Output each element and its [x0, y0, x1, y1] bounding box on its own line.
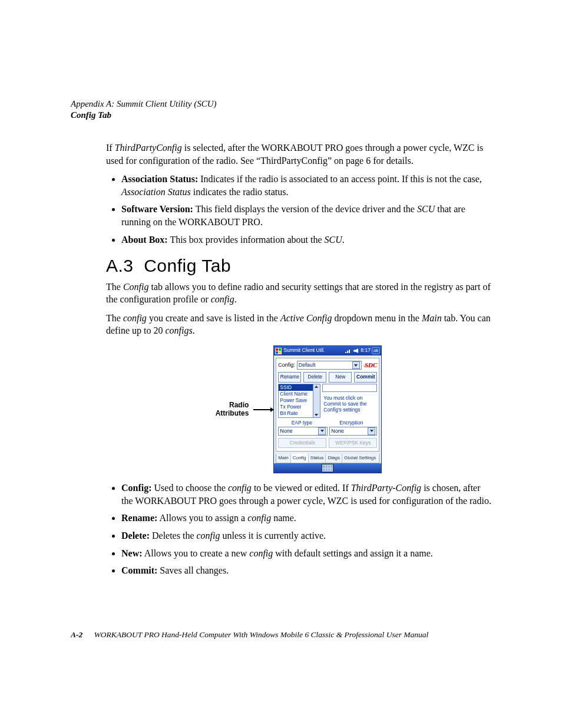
bullet-label: Delete:	[121, 531, 150, 541]
term-thirdpartyconfig: ThirdPartyConfig	[115, 143, 182, 153]
text: unless it is currently active.	[220, 531, 326, 541]
text: Allows you to assign a	[157, 513, 247, 523]
text: Deletes the	[150, 531, 197, 541]
clock: 8:17	[361, 347, 371, 354]
text: Saves all changes.	[157, 565, 229, 575]
section-paragraph-1: The Config tab allows you to define radi…	[106, 281, 491, 306]
wep-psk-keys-button[interactable]: WEP/PSK Keys	[329, 438, 377, 448]
text: Config's settings	[323, 407, 360, 413]
term: config	[197, 531, 220, 541]
tab-status[interactable]: Status	[309, 454, 326, 463]
encryption-dropdown[interactable]: None	[329, 427, 377, 436]
text: to be viewed or edited. If	[252, 483, 351, 493]
text: You must click on	[323, 395, 362, 401]
term: ThirdParty-Config	[351, 483, 421, 493]
term: SCU	[417, 204, 435, 214]
bullet-new: New: Allows you to create a new config w…	[121, 547, 491, 560]
sip-bar	[274, 463, 381, 473]
keyboard-icon[interactable]	[322, 464, 333, 472]
running-header-line2: Config Tab	[71, 110, 491, 120]
text: If	[106, 143, 115, 153]
callout-radio-attributes: Radio Attributes	[216, 401, 249, 417]
page-footer: A-2 WORKABOUT PRO Hand-Held Computer Wit…	[71, 630, 428, 640]
text: Used to choose the	[152, 483, 228, 493]
speaker-icon[interactable]	[353, 348, 358, 353]
bullet-label: Software Version:	[121, 204, 193, 214]
text: The	[106, 313, 123, 323]
text: dropdown menu in the	[332, 313, 421, 323]
tab-global-settings[interactable]: Global Settings	[342, 454, 378, 463]
delete-button[interactable]: Delete	[303, 372, 326, 382]
eap-type-label: EAP type	[278, 420, 325, 426]
rename-button[interactable]: Rename	[278, 372, 301, 382]
section-title: Config Tab	[144, 256, 231, 275]
text: The	[106, 282, 123, 292]
chevron-down-icon	[352, 361, 360, 369]
tab-diags[interactable]: Diags	[326, 454, 342, 463]
text: .	[342, 235, 345, 245]
start-icon[interactable]	[275, 348, 282, 354]
arrow-icon	[253, 409, 273, 410]
term: Main	[422, 313, 442, 323]
sdc-logo: SDC	[365, 361, 377, 370]
scu-titlebar: Summit Client Util. 8:17 ok	[274, 346, 381, 355]
dropdown-value: None	[280, 427, 293, 434]
section-paragraph-2: The config you create and save is listed…	[106, 312, 491, 337]
bullet-delete: Delete: Deletes the config unless it is …	[121, 529, 491, 542]
dropdown-value: None	[331, 427, 344, 434]
bullet-label: New:	[121, 548, 143, 558]
callout-line1: Radio	[229, 401, 249, 409]
bullet-software-version: Software Version: This field displays th…	[121, 203, 491, 228]
footer-text: WORKABOUT PRO Hand-Held Computer With Wi…	[94, 630, 429, 639]
encryption-label: Encryption	[325, 420, 377, 426]
term: config	[247, 513, 271, 523]
intro-paragraph: If ThirdPartyConfig is selected, after t…	[106, 141, 491, 167]
page-number: A-2	[71, 630, 82, 639]
section-number: A.3	[106, 256, 134, 275]
term: Active Config	[280, 313, 332, 323]
scrollbar[interactable]	[313, 384, 320, 417]
bullet-about-box: About Box: This box provides information…	[121, 233, 491, 246]
ok-button[interactable]: ok	[372, 347, 380, 355]
text: with default settings and assign it a na…	[273, 548, 433, 558]
scu-tabs: Main Config Status Diags Global Settings	[276, 454, 379, 463]
bullet-rename: Rename: Allows you to assign a config na…	[121, 512, 491, 525]
text: you create and save is listed in the	[147, 313, 280, 323]
chevron-down-icon	[368, 427, 375, 435]
commit-button[interactable]: Commit	[354, 372, 377, 382]
bullet-config: Config: Used to choose the config to be …	[121, 482, 491, 507]
bullet-label: Config:	[121, 483, 152, 493]
term: config	[211, 294, 234, 304]
bullet-label: About Box:	[121, 235, 168, 245]
hint-text: You must click on Commit to save the Con…	[322, 394, 377, 413]
tab-main[interactable]: Main	[276, 454, 290, 463]
bullet-commit: Commit: Saves all changes.	[121, 564, 491, 577]
bullet-list-top: Association Status: Indicates if the rad…	[106, 173, 491, 246]
bullet-list-bottom: Config: Used to choose the config to be …	[106, 482, 491, 577]
new-button[interactable]: New	[329, 372, 352, 382]
scu-window: Summit Client Util. 8:17 ok Config: Defa…	[273, 345, 382, 473]
window-title: Summit Client Util.	[283, 347, 344, 354]
text: Indicates if the radio is associated to …	[198, 174, 482, 184]
term: config	[249, 548, 273, 558]
running-header-line1: Appendix A: Summit Client Utility (SCU)	[71, 99, 491, 109]
tab-config[interactable]: Config	[291, 453, 309, 463]
credentials-button[interactable]: Credentials	[278, 438, 326, 448]
eap-type-dropdown[interactable]: None	[278, 427, 328, 436]
signal-icon[interactable]	[345, 348, 351, 353]
bullet-label: Association Status:	[121, 174, 198, 184]
term: configs	[165, 325, 192, 335]
figure-config-tab: Radio Attributes Summit Client Util. 8:1…	[106, 345, 491, 473]
config-dropdown[interactable]: Default	[297, 361, 362, 370]
radio-attributes-list[interactable]: SSID Client Name Power Save Tx Power Bit…	[278, 384, 320, 418]
config-dropdown-value: Default	[299, 361, 316, 368]
text: .	[193, 325, 195, 335]
bullet-association-status: Association Status: Indicates if the rad…	[121, 173, 491, 198]
text: name.	[271, 513, 296, 523]
term: SCU	[325, 235, 342, 245]
attribute-value-input[interactable]	[322, 384, 377, 392]
bullet-label: Commit:	[121, 565, 157, 575]
text: indicates the radio status.	[191, 187, 289, 197]
text: tab allows you to define radio and secur…	[106, 282, 491, 305]
text: This field displays the version of the d…	[193, 204, 417, 214]
